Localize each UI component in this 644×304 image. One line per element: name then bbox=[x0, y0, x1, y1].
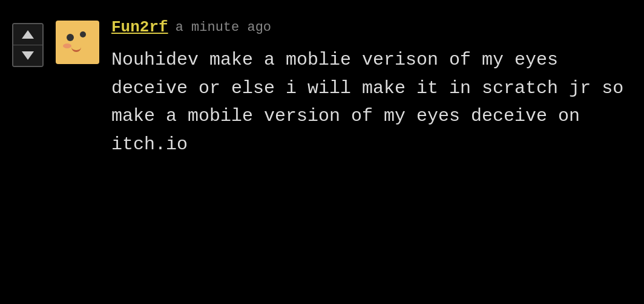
upvote-icon bbox=[22, 30, 34, 39]
avatar-eye-left bbox=[67, 34, 74, 41]
avatar-eye-right bbox=[80, 31, 86, 37]
comment-body: Nouhidev make a moblie verison of my eye… bbox=[111, 46, 632, 158]
comment-header: Fun2rf a minute ago bbox=[111, 18, 632, 36]
avatar bbox=[56, 21, 99, 64]
vote-controls bbox=[12, 23, 44, 67]
comment-timestamp: a minute ago bbox=[176, 20, 271, 35]
comment-container: Fun2rf a minute ago Nouhidev make a mobl… bbox=[0, 0, 644, 170]
avatar-mouth bbox=[71, 47, 81, 52]
avatar-face bbox=[56, 21, 99, 64]
downvote-button[interactable] bbox=[13, 45, 42, 66]
avatar-blush bbox=[63, 44, 71, 48]
downvote-icon bbox=[22, 51, 34, 60]
upvote-button[interactable] bbox=[13, 24, 42, 45]
comment-content: Fun2rf a minute ago Nouhidev make a mobl… bbox=[111, 18, 632, 158]
username-link[interactable]: Fun2rf bbox=[111, 18, 168, 36]
